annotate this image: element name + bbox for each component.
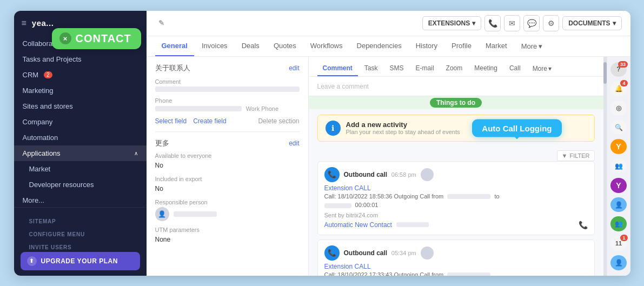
sidebar-item-sites[interactable]: Sites and stores [14,98,147,114]
activity-entry-2-header: 📞 Outbound call 05:34 pm [324,245,588,261]
chat-button[interactable]: 💬 [523,15,540,31]
tab-quotes[interactable]: Quotes [267,36,303,56]
entry-2-avatar [421,247,434,260]
scrollbar-track[interactable] [603,57,607,276]
activity-tabs: Comment Task SMS E-mail Zoom Meeting Cal… [309,57,603,77]
tabs-row: General Invoices Deals Quotes Workflows … [147,36,630,57]
messages-icon: ◎ [616,104,621,112]
responsible-name-bar [174,211,217,217]
avatar-user-y2[interactable]: Y [610,178,627,193]
auto-contact-link[interactable]: Automatic New Contact [324,221,392,229]
edit-title-icon[interactable]: ✎ [158,19,164,27]
add-activity-title: Add a new activity [346,121,460,129]
export-value: No [155,184,300,194]
phone-label: Phone [155,97,300,104]
documents-button[interactable]: DOCUMENTS ▾ [562,16,621,30]
activity-tab-email[interactable]: E-mail [410,61,440,76]
content-area: 关于联系人 edit Comment Phone Work Phone Sele… [147,57,630,276]
create-field-button[interactable]: Create field [193,117,226,125]
activity-entry: 📞 Outbound call 06:58 pm Extension CALL … [317,161,595,235]
avatar-messages[interactable]: ◎ [610,101,627,116]
select-field-button[interactable]: Select field [155,117,187,125]
expand-arrow-icon: ∧ [134,150,138,156]
tab-general[interactable]: General [155,36,194,56]
activity-tab-comment[interactable]: Comment [317,61,358,76]
invite-users-label: INVITE USERS [21,239,140,252]
contact-badge: × CONTACT [52,28,141,49]
avatar-group-green[interactable]: 👥 [610,216,627,231]
section2-title: 更多 [155,138,169,148]
avatar-user-blue[interactable]: 👤 [610,197,627,212]
search-icon: 🔍 [615,124,623,131]
activity-tab-meeting[interactable]: Meeting [469,61,503,76]
sidebar-item-market[interactable]: Market [14,161,147,177]
contact-badge-text: CONTACT [76,32,131,45]
main-content: ✎ EXTENSIONS ▾ 📞 ✉ 💬 ⚙ [147,11,630,276]
activity-tab-zoom[interactable]: Zoom [441,61,468,76]
upgrade-button[interactable]: ⬆ UPGRADE YOUR PLAN [21,252,140,270]
entry-1-avatar [421,168,434,181]
hamburger-icon[interactable]: ≡ [22,18,26,28]
tab-dependencies[interactable]: Dependencies [350,36,408,56]
avatar-help[interactable]: ? 33 [610,62,627,77]
avatar-user-blue2[interactable]: 👤 [610,255,627,270]
available-label: Available to everyone [155,152,300,159]
section-divider [155,131,300,132]
avatar-user-y[interactable]: Y [610,139,627,154]
sidebar-item-tasks[interactable]: Tasks and Projects [14,51,147,67]
right-avatar-column: ? 33 🔔 4 ◎ 🔍 Y 👥 [607,57,630,276]
comment-label: Comment [155,78,300,85]
sidebar-item-crm[interactable]: CRM 2 [14,67,147,83]
comment-value [155,87,300,92]
sidebar-item-marketing[interactable]: Marketing [14,83,147,98]
sidebar-item-more[interactable]: More... [14,192,147,207]
section2-edit-button[interactable]: edit [289,139,299,147]
group-icon: 👥 [615,162,623,170]
avatar-search[interactable]: 🔍 [610,120,627,135]
sidebar-item-company[interactable]: Company [14,114,147,130]
activity-tab-more[interactable]: More ▾ [527,62,557,76]
comment-input-area[interactable]: Leave a comment [309,77,603,96]
comment-placeholder: Leave a comment [317,83,369,90]
avatar-group[interactable]: 👥 [610,158,627,174]
things-to-do-bar: Things to do [309,96,603,109]
delete-section-button[interactable]: Delete section [258,117,299,125]
close-contact-button[interactable]: × [59,32,71,44]
sidebar-bottom: SITEMAP CONFIGURE MENU INVITE USERS ⬆ UP… [14,207,147,276]
tab-market[interactable]: Market [479,36,514,56]
tab-workflows[interactable]: Workflows [304,36,349,56]
add-activity-card[interactable]: ℹ Add a new activity Plan your next step… [317,115,595,142]
auto-call-tooltip: Auto Call Logging [472,119,561,137]
settings-button[interactable]: ⚙ [543,15,559,31]
page-title: ✎ [155,19,418,27]
sidebar-item-automation[interactable]: Automation [14,130,147,145]
notifications-badge: 4 [620,80,628,87]
extension-call-link-2[interactable]: Extension CALL [324,263,588,270]
section1-edit-button[interactable]: edit [289,64,299,72]
activity-tab-call[interactable]: Call [504,61,526,76]
tab-invoices[interactable]: Invoices [195,36,234,56]
filter-button[interactable]: ▼ FILTER [557,150,595,161]
phone-action-icon[interactable]: 📞 [579,221,588,229]
extension-call-link-1[interactable]: Extension CALL [324,184,588,192]
phone-field: Phone Work Phone [155,97,300,112]
phone-button[interactable]: 📞 [484,15,501,31]
configure-menu-label: CONFIGURE MENU [21,226,140,239]
activity-tab-task[interactable]: Task [359,61,383,76]
avatar-11[interactable]: 11 1 [610,236,627,251]
tab-deals[interactable]: Deals [235,36,266,56]
tab-more[interactable]: More ▾ [515,37,549,56]
sidebar-item-label: CRM [23,71,39,79]
activity-tab-sms[interactable]: SMS [384,61,409,76]
scrollbar-thumb[interactable] [603,62,607,84]
avatar-notifications[interactable]: 🔔 4 [610,81,627,96]
left-panel: 关于联系人 edit Comment Phone Work Phone Sele… [147,57,309,276]
sidebar-item-developer[interactable]: Developer resources [14,177,147,192]
work-phone-label: Work Phone [246,105,278,112]
tab-history[interactable]: History [409,36,444,56]
sidebar-item-applications[interactable]: Applications ∧ [14,145,147,161]
tab-profile[interactable]: Profile [445,36,478,56]
extensions-button[interactable]: EXTENSIONS ▾ [422,16,481,30]
call-icon-1: 📞 [324,167,340,182]
mail-button[interactable]: ✉ [504,15,520,31]
